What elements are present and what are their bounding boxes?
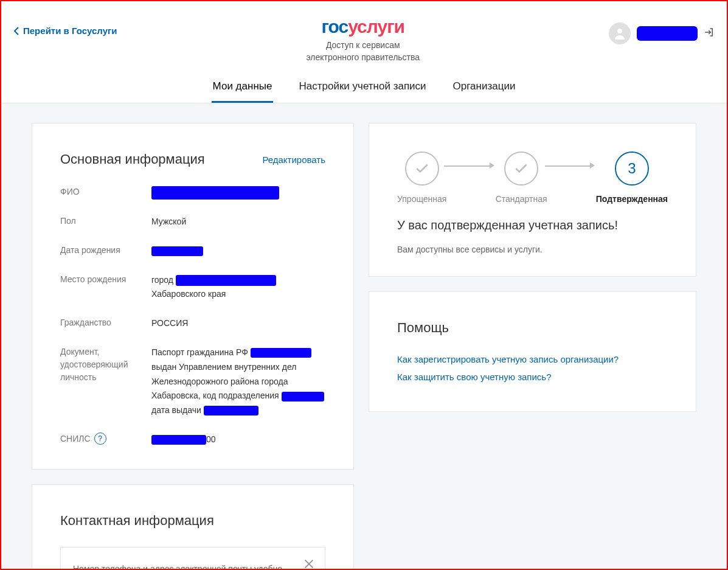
step-confirmed-icon: 3 [615, 151, 649, 186]
contact-hint-text: Номер телефона и адрес электронной почты… [73, 564, 282, 570]
close-hint-button[interactable] [303, 558, 314, 569]
contact-info-title: Контактная информация [60, 513, 325, 529]
tab-account-settings[interactable]: Настройки учетной записи [297, 80, 427, 103]
label-snils: СНИЛС ? [60, 433, 151, 445]
step-simplified-label: Упрощенная [397, 194, 446, 204]
check-icon [414, 161, 430, 176]
label-birth-date: Дата рождения [60, 244, 151, 257]
redacted-birth-place [176, 275, 276, 286]
row-fio: ФИО [60, 186, 325, 200]
row-gender: Пол Мужской [60, 215, 325, 229]
logo-block: госуслуги Доступ к сервисам электронного… [117, 16, 609, 63]
value-citizenship: РОССИЯ [151, 316, 325, 331]
back-to-gosuslugi-link[interactable]: Перейти в Госуслуги [13, 16, 117, 36]
tabs: Мои данные Настройки учетной записи Орга… [1, 80, 727, 103]
contact-hint-box: Номер телефона и адрес электронной почты… [60, 547, 325, 570]
label-gender: Пол [60, 215, 151, 228]
row-birth-date: Дата рождения [60, 244, 325, 259]
row-birth-place: Место рождения город Хабаровского края [60, 273, 325, 302]
redacted-snils [151, 435, 206, 445]
status-title: У вас подтвержденная учетная запись! [397, 218, 668, 232]
label-id-doc: Документ, удостоверяющий личность [60, 346, 151, 384]
step-simplified-icon [405, 151, 439, 186]
logout-icon [704, 27, 715, 38]
value-birth-place: город Хабаровского края [151, 273, 325, 302]
account-level-steps: Упрощенная Стандартная 3 Подтвержденная [397, 151, 668, 204]
redacted-dept-code [282, 392, 324, 401]
step-standard-icon [504, 151, 538, 186]
back-link-label: Перейти в Госуслуги [23, 26, 117, 36]
step-simplified: Упрощенная [397, 151, 446, 204]
step-confirmed: 3 Подтвержденная [596, 151, 668, 204]
redacted-passport-num [251, 348, 311, 358]
redacted-fio [151, 186, 279, 200]
column-right: Упрощенная Стандартная 3 Подтвержденная … [369, 123, 696, 412]
user-block [609, 16, 715, 44]
header: Перейти в Госуслуги госуслуги Доступ к с… [1, 1, 727, 63]
step-standard: Стандартная [496, 151, 547, 204]
step-arrow-icon [545, 165, 598, 166]
value-birth-date [151, 244, 325, 259]
row-id-doc: Документ, удостоверяющий личность Паспор… [60, 346, 325, 418]
content: Основная информация Редактировать ФИО По… [1, 103, 727, 570]
status-subtitle: Вам доступны все сервисы и услуги. [397, 245, 668, 254]
tab-organizations[interactable]: Организации [452, 80, 517, 103]
card-main-info: Основная информация Редактировать ФИО По… [32, 123, 354, 470]
svg-point-0 [617, 29, 622, 33]
logout-button[interactable] [704, 27, 715, 40]
value-fio [151, 186, 325, 200]
main-info-title: Основная информация [60, 151, 205, 167]
label-citizenship: Гражданство [60, 316, 151, 329]
step-arrow-icon [444, 165, 497, 166]
value-id-doc: Паспорт гражданина РФ выдан Управлением … [151, 346, 325, 418]
row-snils: СНИЛС ? 00 [60, 433, 325, 447]
card-help: Помощь Как зарегистрировать учетную запи… [369, 291, 696, 412]
logo: госуслуги [117, 16, 609, 37]
step-confirmed-label: Подтвержденная [596, 194, 668, 204]
avatar[interactable] [609, 23, 631, 44]
step-standard-label: Стандартная [496, 194, 547, 204]
check-icon [513, 161, 529, 176]
label-birth-place: Место рождения [60, 273, 151, 286]
help-link-protect-account[interactable]: Как защитить свою учетную запись? [397, 372, 668, 382]
edit-main-info-link[interactable]: Редактировать [262, 155, 325, 165]
logo-part-gos: гос [321, 16, 348, 36]
column-left: Основная информация Редактировать ФИО По… [32, 123, 354, 570]
label-fio: ФИО [60, 186, 151, 198]
redacted-issue-date [204, 406, 258, 415]
user-name-redacted[interactable] [637, 26, 698, 41]
help-links: Как зарегистрировать учетную запись орга… [397, 354, 668, 382]
value-snils: 00 [151, 433, 325, 447]
snils-help-icon[interactable]: ? [94, 433, 106, 445]
value-gender: Мужской [151, 215, 325, 229]
user-icon [612, 26, 627, 41]
row-citizenship: Гражданство РОССИЯ [60, 316, 325, 331]
logo-tagline: Доступ к сервисам электронного правитель… [117, 40, 609, 63]
card-account-status: Упрощенная Стандартная 3 Подтвержденная … [369, 123, 696, 277]
help-title: Помощь [397, 320, 668, 336]
redacted-birth-date [151, 246, 203, 256]
chevron-left-icon [13, 27, 19, 35]
help-link-register-org[interactable]: Как зарегистрировать учетную запись орга… [397, 354, 668, 364]
card-contact-info: Контактная информация Номер телефона и а… [32, 484, 354, 570]
tab-my-data[interactable]: Мои данные [212, 80, 274, 103]
logo-part-uslugi: услуги [348, 16, 404, 36]
